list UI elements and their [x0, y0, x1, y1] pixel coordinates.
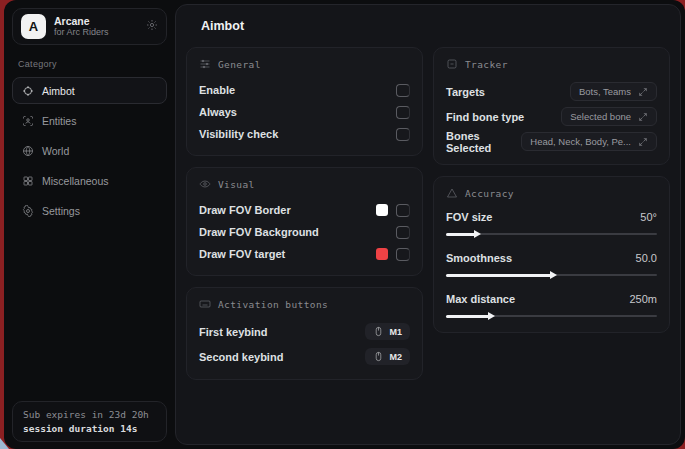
panel-title: General — [218, 59, 261, 70]
category-nav: Aimbot Entities World Miscellaneous Sett… — [12, 77, 167, 224]
panel-visual: Visual Draw FOV Border Draw FOV Backgrou… — [186, 167, 423, 276]
bones-selected-dropdown[interactable]: Head, Neck, Body, Pe... — [521, 132, 657, 151]
targets-dropdown[interactable]: Bots, Teams — [570, 82, 657, 101]
crosshair-icon — [22, 85, 34, 97]
max-distance-value: 250m — [629, 293, 657, 305]
setting-row-fov-target: Draw FOV target — [199, 243, 410, 265]
setting-row-first-keybind: First keybind M1 — [199, 319, 410, 344]
setting-row-fov-background: Draw FOV Background — [199, 221, 410, 243]
second-keybind-button[interactable]: M2 — [365, 348, 410, 365]
setting-row-fov-size: FOV size 50° — [446, 208, 657, 238]
sidebar-item-label: Aimbot — [42, 85, 75, 97]
panel-accuracy: Accuracy FOV size 50° — [433, 176, 670, 333]
category-label: Category — [18, 59, 167, 69]
setting-row-smoothness: Smoothness 50.0 — [446, 249, 657, 279]
mouse-icon — [373, 326, 384, 337]
tracker-icon — [446, 58, 458, 70]
fov-target-color-swatch[interactable] — [376, 248, 388, 260]
settings-gear-icon — [22, 205, 34, 217]
app-subtitle: for Arc Riders — [54, 27, 138, 37]
slider-thumb[interactable] — [474, 230, 481, 238]
fov-size-slider[interactable] — [446, 229, 657, 238]
setting-row-bones-selected: Bones Selected Head, Neck, Body, Pe... — [446, 129, 657, 154]
setting-row-targets: Targets Bots, Teams — [446, 79, 657, 104]
app-name: Arcane — [54, 15, 138, 27]
panel-title: Activation buttons — [218, 299, 328, 310]
expand-icon — [638, 137, 648, 147]
subscription-card: Sub expires in 23d 20h session duration … — [12, 401, 167, 442]
sidebar-item-miscellaneous[interactable]: Miscellaneous — [12, 167, 167, 194]
sidebar-item-label: World — [42, 145, 69, 157]
visibility-check-checkbox[interactable] — [396, 128, 410, 141]
slider-thumb[interactable] — [550, 271, 557, 279]
fov-border-color-swatch[interactable] — [376, 204, 388, 216]
always-checkbox[interactable] — [396, 106, 410, 119]
panel-tracker: Tracker Targets Bots, Teams Find bone ty… — [433, 47, 670, 165]
slider-thumb[interactable] — [488, 312, 495, 320]
sidebar-item-label: Miscellaneous — [42, 175, 109, 187]
gear-icon[interactable] — [146, 19, 158, 34]
page-title: Aimbot — [201, 19, 670, 33]
sidebar: A Arcane for Arc Riders Category Aimbot … — [4, 0, 175, 449]
find-bone-type-dropdown[interactable]: Selected bone — [561, 107, 657, 126]
fov-target-checkbox[interactable] — [396, 248, 410, 261]
setting-row-visibility-check: Visibility check — [199, 123, 410, 145]
setting-row-max-distance: Max distance 250m — [446, 290, 657, 320]
brand-card: A Arcane for Arc Riders — [12, 8, 167, 45]
app-window: A Arcane for Arc Riders Category Aimbot … — [4, 0, 685, 449]
app-logo: A — [21, 14, 46, 39]
setting-row-always: Always — [199, 101, 410, 123]
smoothness-slider[interactable] — [446, 270, 657, 279]
session-duration-text: session duration 14s — [23, 423, 156, 434]
setting-row-enable: Enable — [199, 79, 410, 101]
keyboard-icon — [199, 298, 211, 310]
main-content: Aimbot General Enable Always — [175, 4, 681, 445]
panel-general: General Enable Always Visibility check — [186, 47, 423, 156]
fov-size-value: 50° — [640, 211, 657, 223]
sliders-icon — [199, 58, 211, 70]
fov-border-checkbox[interactable] — [396, 204, 410, 217]
setting-row-second-keybind: Second keybind M2 — [199, 344, 410, 369]
expand-icon — [638, 87, 648, 97]
panel-title: Accuracy — [465, 188, 514, 199]
expand-icon — [638, 112, 648, 122]
fov-background-checkbox[interactable] — [396, 226, 410, 239]
eye-icon — [199, 178, 211, 190]
sidebar-item-label: Entities — [42, 115, 76, 127]
sidebar-item-label: Settings — [42, 205, 80, 217]
enable-checkbox[interactable] — [396, 84, 410, 97]
sidebar-item-settings[interactable]: Settings — [12, 197, 167, 224]
panel-activation-buttons: Activation buttons First keybind M1 Seco… — [186, 287, 423, 380]
max-distance-slider[interactable] — [446, 311, 657, 320]
sub-expires-text: Sub expires in 23d 20h — [23, 409, 156, 420]
entities-icon — [22, 115, 34, 127]
smoothness-value: 50.0 — [636, 252, 657, 264]
sidebar-item-aimbot[interactable]: Aimbot — [12, 77, 167, 104]
first-keybind-button[interactable]: M1 — [365, 323, 410, 340]
globe-icon — [22, 145, 34, 157]
triangle-icon — [446, 187, 458, 199]
setting-row-fov-border: Draw FOV Border — [199, 199, 410, 221]
grid-icon — [22, 175, 34, 187]
panel-title: Visual — [218, 179, 255, 190]
cursor-fragment — [0, 438, 9, 449]
mouse-icon — [373, 351, 384, 362]
sidebar-item-world[interactable]: World — [12, 137, 167, 164]
sidebar-item-entities[interactable]: Entities — [12, 107, 167, 134]
setting-row-find-bone-type: Find bone type Selected bone — [446, 104, 657, 129]
panel-title: Tracker — [465, 59, 508, 70]
